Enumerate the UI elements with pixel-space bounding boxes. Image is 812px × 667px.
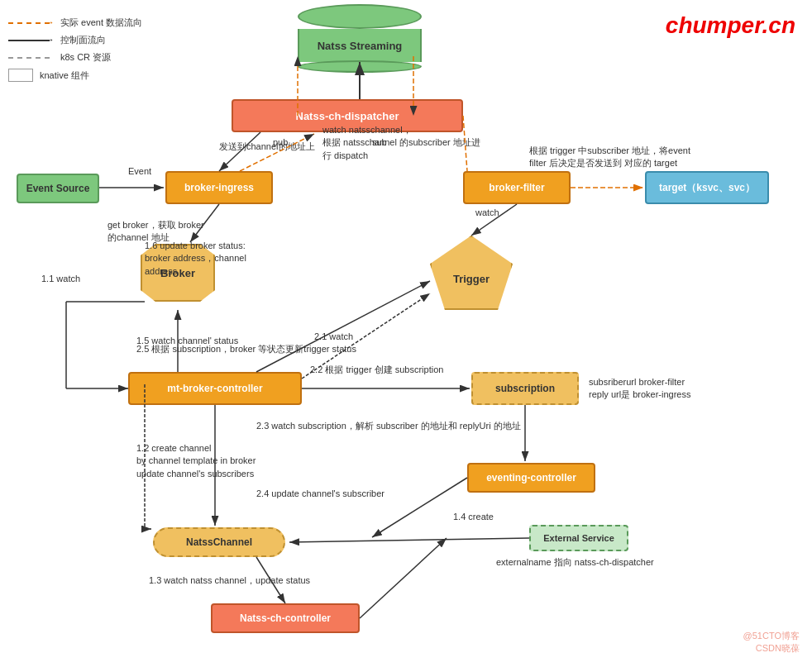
subscription-label: subscription <box>495 383 555 394</box>
legend-item-control-flow: → 控制面流向 <box>8 34 142 46</box>
legend-box-knative <box>8 69 33 82</box>
legend-label-knative: knative 组件 <box>40 69 89 82</box>
create-label: 1.4 create <box>453 511 494 523</box>
broker-filter-label: broker-filter <box>489 182 544 193</box>
legend-label-k8s: k8s CR 资源 <box>60 51 111 64</box>
watch-subscription-label: 2.3 watch subscription，解析 subscriber 的地址… <box>256 420 521 432</box>
brand-label: chumper.cn <box>666 12 795 39</box>
legend: → 实际 event 数据流向 → 控制面流向 k8s CR 资源 knativ… <box>8 17 142 82</box>
event-label: Event <box>128 165 151 178</box>
update-broker-label: 1.6 update broker status:broker address，… <box>145 240 277 278</box>
legend-item-event-flow: → 实际 event 数据流向 <box>8 17 142 29</box>
watch-2-1-label: 2.1 watch <box>314 331 353 343</box>
watermark2: CSDN晓葆 <box>756 642 800 655</box>
broker-controller-node: mt-broker-controller <box>128 372 302 405</box>
watch-1-1-label: 1.1 watch <box>41 273 80 285</box>
natss-channel-label: NatssChannel <box>186 536 252 548</box>
external-service-node: External Service <box>529 525 628 551</box>
trigger-label: Trigger <box>453 273 490 285</box>
create-channel-label: 1.2 create channelby channel template in… <box>136 442 277 480</box>
eventing-controller-label: eventing-controller <box>486 472 576 484</box>
legend-item-k8s: k8s CR 资源 <box>8 51 142 64</box>
broker-filter-node: broker-filter <box>463 171 571 204</box>
trigger-node: Trigger <box>430 236 513 310</box>
target-node: target（ksvc、svc） <box>645 171 769 204</box>
svg-line-19 <box>256 281 430 372</box>
legend-item-knative: knative 组件 <box>8 69 142 82</box>
natss-streaming-node: Natss Streaming <box>298 4 422 73</box>
watch-natss-label: watch natsschannel，根据 natsschannel 的subs… <box>322 124 488 162</box>
trigger-desc-label: 根据 trigger 中subscriber 地址，将eventfilter 后… <box>529 145 695 170</box>
cylinder-body: Natss Streaming <box>298 29 422 62</box>
cylinder-bottom <box>298 60 422 73</box>
watermark1: @51CTO博客 <box>743 630 800 642</box>
diagram-container: → 实际 event 数据流向 → 控制面流向 k8s CR 资源 knativ… <box>0 0 812 667</box>
dispatcher-label: Natss-ch-dispatcher <box>296 110 399 122</box>
event-source-label: Event Source <box>26 183 90 194</box>
svg-line-25 <box>360 538 447 618</box>
natss-ch-controller-node: Natss-ch-controller <box>211 603 360 633</box>
external-service-label: External Service <box>543 533 614 543</box>
eventing-controller-node: eventing-controller <box>467 463 595 493</box>
natss-channel-node: NatssChannel <box>153 527 285 557</box>
externalname-label: externalname 指向 natss-ch-dispatcher <box>496 556 654 569</box>
broker-ingress-label: broker-ingress <box>184 182 254 193</box>
subscription-info-label: subsriberurl broker-filterreply url是 bro… <box>589 376 729 402</box>
legend-label-event-flow: 实际 event 数据流向 <box>60 17 142 29</box>
natss-ch-controller-label: Natss-ch-controller <box>240 612 331 624</box>
update-trigger-label: 2.5 根据 subscription，broker 等状态更新trigger … <box>136 343 442 355</box>
create-subscription-label: 2.2 根据 trigger 创建 subscription <box>310 364 443 376</box>
watch-natss-channel-label: 1.3 watch natss channel，update status <box>149 574 310 587</box>
legend-label-control-flow: 控制面流向 <box>60 34 106 46</box>
update-channel-label: 2.4 update channel's subscriber <box>256 488 385 500</box>
cylinder-top <box>298 4 422 29</box>
broker-ingress-node: broker-ingress <box>165 171 273 204</box>
event-source-node: Event Source <box>17 174 99 203</box>
svg-line-22 <box>372 478 467 537</box>
watch-trigger-label: watch <box>475 207 499 219</box>
natss-streaming-label: Natss Streaming <box>318 40 403 52</box>
svg-line-26 <box>289 538 529 542</box>
target-label: target（ksvc、svc） <box>659 181 755 195</box>
broker-controller-label: mt-broker-controller <box>167 383 262 394</box>
subscription-node: subscription <box>471 372 579 405</box>
